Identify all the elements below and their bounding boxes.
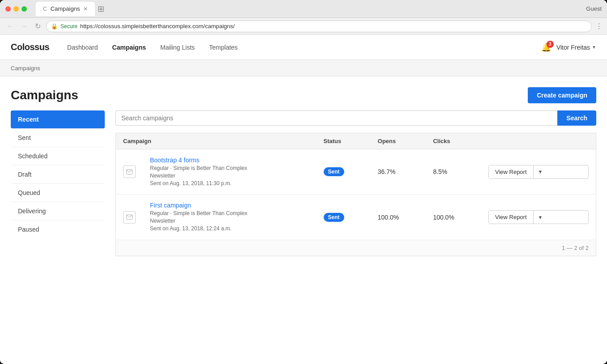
sidebar: Recent Sent Scheduled Draft Queued Deliv… (11, 110, 105, 256)
clicks-cell: 100.0% (426, 195, 481, 240)
col-clicks: Clicks (426, 133, 481, 149)
brand-logo: Colossus (11, 42, 49, 52)
view-report-group: View Report ▼ (488, 165, 589, 179)
address-bar[interactable]: 🔒 Secure https://colossus.simpleisbetter… (46, 21, 592, 32)
table-row: Bootstrap 4 forms Regular · Simple is Be… (116, 149, 596, 195)
col-opens: Opens (371, 133, 426, 149)
sidebar-item-sent[interactable]: Sent (11, 129, 105, 147)
notification-bell[interactable]: 🔔 3 (541, 42, 551, 52)
pagination-text: 1 — 2 of 2 (562, 245, 589, 251)
browser-toolbar: ← → ↻ 🔒 Secure https://colossus.simpleis… (0, 18, 607, 35)
sidebar-item-label: Draft (18, 171, 31, 178)
nav-templates[interactable]: Templates (202, 35, 245, 60)
close-button[interactable] (5, 6, 11, 12)
col-status: Status (316, 133, 371, 149)
app-nav: Colossus Dashboard Campaigns Mailing Lis… (0, 35, 607, 60)
sidebar-item-label: Scheduled (18, 152, 47, 160)
browser-tab[interactable]: C Campaigns ✕ (36, 2, 95, 16)
mail-icon (123, 211, 136, 224)
search-button[interactable]: Search (557, 110, 596, 126)
nav-dashboard[interactable]: Dashboard (60, 35, 105, 60)
campaign-meta-line1: Regular · Simple is Better Than Complex (150, 165, 247, 171)
forward-button[interactable]: → (19, 21, 30, 31)
new-tab-button[interactable]: ⊞ (98, 4, 104, 14)
breadcrumb-bar: Campaigns (0, 60, 607, 76)
sidebar-item-paused[interactable]: Paused (11, 220, 105, 238)
user-menu[interactable]: Vitor Freitas ▼ (556, 44, 596, 51)
main-header: Campaigns Create campaign (0, 76, 607, 110)
campaign-meta: Regular · Simple is Better Than Complex … (150, 165, 309, 187)
lock-icon: 🔒 (51, 23, 58, 30)
opens-cell: 100.0% (371, 195, 426, 240)
campaign-meta-line2: Newsletter (150, 173, 175, 179)
mail-icon (123, 165, 136, 178)
view-report-dropdown-button[interactable]: ▼ (534, 165, 547, 178)
sidebar-item-recent[interactable]: Recent (11, 110, 105, 129)
campaign-icon-cell (116, 195, 143, 240)
tab-title: Campaigns (51, 5, 80, 12)
sidebar-item-label: Recent (18, 116, 39, 123)
campaign-icon-cell (116, 149, 143, 195)
campaign-meta-line3: Sent on Aug. 13, 2018, 11:30 p.m. (150, 180, 231, 186)
traffic-lights (5, 6, 27, 12)
back-button[interactable]: ← (4, 21, 15, 31)
url-display: https://colossus.simpleisbetterthancompl… (80, 23, 235, 30)
campaign-name-link[interactable]: First campaign (150, 202, 309, 209)
breadcrumb: Campaigns (11, 65, 40, 72)
status-cell: Sent (316, 195, 371, 240)
nav-right: 🔔 3 Vitor Freitas ▼ (541, 42, 596, 52)
campaign-name-link[interactable]: Bootstrap 4 forms (150, 157, 309, 164)
clicks-cell: 8.5% (426, 149, 481, 195)
sidebar-item-label: Paused (18, 226, 39, 233)
view-report-dropdown-button[interactable]: ▼ (534, 211, 547, 224)
campaign-meta-line1: Regular · Simple is Better Than Complex (150, 210, 247, 216)
actions-cell: View Report ▼ (481, 195, 596, 240)
search-bar: Search (115, 110, 596, 126)
browser-menu-icon[interactable]: ⋮ (595, 22, 603, 30)
user-name: Vitor Freitas (556, 44, 590, 51)
sidebar-item-label: Queued (18, 189, 40, 196)
minimize-button[interactable] (13, 6, 19, 12)
campaign-meta: Regular · Simple is Better Than Complex … (150, 210, 309, 232)
view-report-button[interactable]: View Report (489, 165, 534, 178)
sidebar-item-scheduled[interactable]: Scheduled (11, 147, 105, 165)
col-campaign: Campaign (116, 133, 316, 149)
search-input[interactable] (115, 110, 557, 126)
nav-mailing-lists[interactable]: Mailing Lists (153, 35, 202, 60)
nav-campaigns[interactable]: Campaigns (105, 35, 153, 60)
nav-links: Dashboard Campaigns Mailing Lists Templa… (60, 35, 541, 60)
status-cell: Sent (316, 149, 371, 195)
sidebar-item-draft[interactable]: Draft (11, 165, 105, 184)
sidebar-item-delivering[interactable]: Delivering (11, 202, 105, 220)
sidebar-item-label: Delivering (18, 207, 46, 215)
view-report-button[interactable]: View Report (489, 211, 534, 224)
guest-label: Guest (586, 5, 602, 12)
tab-favicon: C (43, 6, 47, 12)
maximize-button[interactable] (21, 6, 27, 12)
status-badge: Sent (324, 213, 344, 222)
create-campaign-button[interactable]: Create campaign (528, 87, 596, 103)
reload-button[interactable]: ↻ (33, 21, 43, 31)
actions-cell: View Report ▼ (481, 149, 596, 195)
col-actions (481, 133, 596, 149)
campaign-details-cell: Bootstrap 4 forms Regular · Simple is Be… (143, 149, 316, 195)
main-body: Recent Sent Scheduled Draft Queued Deliv… (0, 110, 607, 256)
table-row: First campaign Regular · Simple is Bette… (116, 195, 596, 240)
user-menu-caret-icon: ▼ (592, 45, 596, 50)
pagination-row: 1 — 2 of 2 (116, 240, 596, 256)
notification-badge: 3 (547, 41, 554, 48)
secure-label: Secure (60, 23, 77, 30)
campaigns-table: Campaign Status Opens Clicks (115, 133, 596, 256)
sidebar-item-label: Sent (18, 134, 31, 141)
sidebar-item-queued[interactable]: Queued (11, 184, 105, 202)
campaign-meta-line3: Sent on Aug. 13, 2018, 12:24 a.m. (150, 225, 231, 232)
campaign-list: Search Campaign Status Opens Clicks (115, 110, 596, 256)
campaign-meta-line2: Newsletter (150, 218, 175, 224)
status-badge: Sent (324, 167, 344, 176)
view-report-group: View Report ▼ (488, 210, 589, 224)
opens-cell: 36.7% (371, 149, 426, 195)
tab-close-icon[interactable]: ✕ (83, 6, 88, 12)
campaign-details-cell: First campaign Regular · Simple is Bette… (143, 195, 316, 240)
page-title: Campaigns (11, 88, 78, 102)
